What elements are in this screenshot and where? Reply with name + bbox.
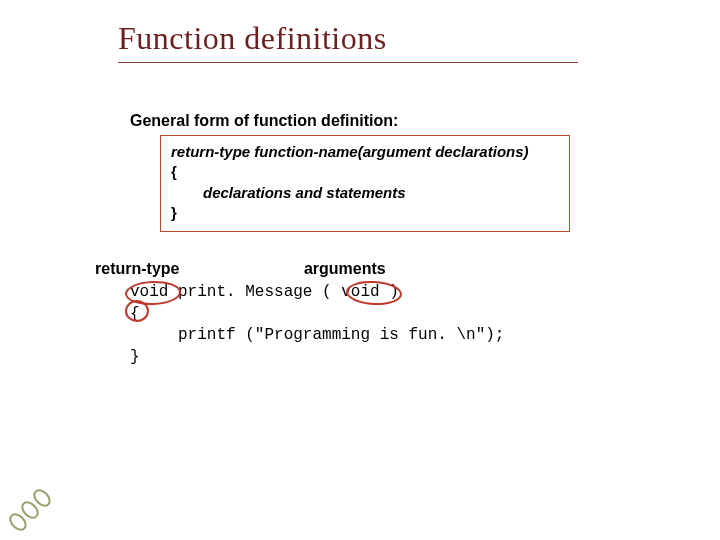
definition-box: return-type function-name(argument decla… [160, 135, 570, 232]
label-return-type: return-type [95, 260, 179, 278]
def-signature: return-type function-name(argument decla… [171, 142, 559, 162]
general-form-heading: General form of function definition: [130, 112, 398, 130]
slide: Function definitions General form of fun… [0, 0, 720, 540]
code-line-4: } [130, 348, 140, 366]
def-body: declarations and statements [171, 183, 559, 203]
code-line-2: { [130, 305, 140, 323]
label-arguments: arguments [304, 260, 386, 278]
code-example: void print. Message ( void ) { printf ("… [130, 282, 504, 368]
def-close-brace: } [171, 203, 559, 223]
code-line-1: void print. Message ( void ) [130, 283, 399, 301]
slide-title: Function definitions [118, 20, 387, 57]
title-underline [118, 62, 578, 63]
code-labels: return-type arguments [95, 260, 386, 278]
def-open-brace: { [171, 162, 559, 182]
corner-ornament-icon [6, 480, 60, 534]
code-line-3: printf ("Programming is fun. \n"); [130, 326, 504, 344]
